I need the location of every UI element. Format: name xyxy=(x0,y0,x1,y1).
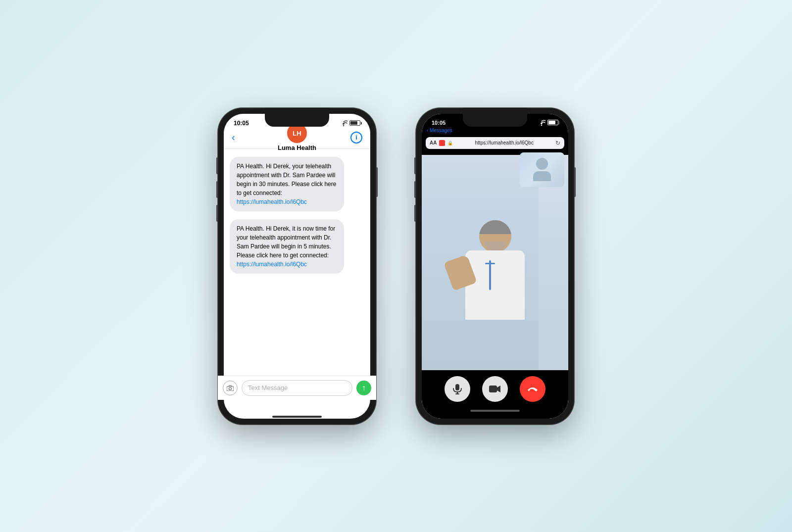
back-messages-bar: ‹ Messages xyxy=(422,128,568,135)
battery-icon-video xyxy=(547,120,558,125)
wifi-icon-video xyxy=(538,120,545,126)
url-text[interactable]: https://lumahealth.io/l6Qbc xyxy=(455,140,553,145)
volume-down-button-2 xyxy=(414,181,416,198)
video-screen-outer: 10:05 xyxy=(422,114,568,419)
camera-button[interactable] xyxy=(224,381,238,395)
video-status-time: 10:05 xyxy=(432,120,446,126)
svg-rect-1 xyxy=(227,387,234,391)
video-screen: 10:05 xyxy=(422,114,568,419)
phones-container: 10:05 ‹ LH Lum xyxy=(218,108,574,425)
message-link-1[interactable]: https://lumahealth.io/l6Qbc xyxy=(237,198,307,205)
self-head xyxy=(536,158,548,170)
video-camera-icon xyxy=(489,385,501,393)
camera-indicator xyxy=(439,140,445,146)
stethoscope-h xyxy=(485,263,495,264)
message-screen: 10:05 ‹ LH Lum xyxy=(224,114,370,419)
lock-icon: 🔒 xyxy=(447,141,453,145)
self-person xyxy=(533,158,551,181)
doctor-hand xyxy=(444,254,477,290)
svg-rect-4 xyxy=(455,384,459,390)
video-home-bar xyxy=(470,410,520,412)
stethoscope xyxy=(489,260,491,290)
mute-button-2 xyxy=(414,205,416,222)
back-messages-button[interactable]: ‹ Messages xyxy=(427,128,452,133)
svg-point-2 xyxy=(229,387,232,390)
message-link-2[interactable]: https://lumahealth.io/l6Qbc xyxy=(237,261,307,268)
contact-name: Luma Health xyxy=(278,144,316,151)
doctor-hair xyxy=(479,220,511,234)
battery-icon xyxy=(349,120,360,126)
self-body xyxy=(533,171,551,181)
volume-down-button xyxy=(216,181,218,198)
svg-rect-7 xyxy=(489,386,497,392)
doctor-coat xyxy=(465,250,525,320)
video-home-indicator xyxy=(422,410,568,419)
back-button[interactable]: ‹ xyxy=(232,132,235,143)
notch xyxy=(265,108,329,122)
doctor-video-feed xyxy=(422,155,568,370)
volume-up-button xyxy=(216,157,218,174)
wifi-icon xyxy=(340,120,347,126)
mute-mic-button[interactable] xyxy=(445,376,470,402)
end-call-button[interactable] xyxy=(520,376,545,402)
video-status-icons xyxy=(538,120,558,126)
browser-bar: AA 🔒 https://lumahealth.io/l6Qbc ↻ xyxy=(426,137,564,149)
input-placeholder: Text Message xyxy=(248,384,288,391)
video-phone: 10:05 xyxy=(416,108,574,425)
aa-text: AA xyxy=(430,140,437,145)
doctor-head xyxy=(479,220,511,252)
send-button[interactable]: ↑ xyxy=(356,381,370,395)
svg-point-0 xyxy=(343,125,344,126)
microphone-icon xyxy=(452,384,462,394)
text-message-input[interactable]: Text Message xyxy=(242,380,352,396)
info-button[interactable]: i xyxy=(350,132,362,144)
self-video-feed xyxy=(520,152,564,187)
message-input-area: Text Message ↑ xyxy=(224,376,370,400)
volume-up-button-2 xyxy=(414,157,416,174)
self-video-pip xyxy=(520,152,564,187)
message-text-2: PA Health. Hi Derek, it is now time for … xyxy=(237,225,335,259)
message-text-1: PA Health. Hi Derek, your telehealth app… xyxy=(237,163,336,196)
messages-area: PA Health. Hi Derek, your telehealth app… xyxy=(224,149,370,355)
toggle-camera-button[interactable] xyxy=(482,376,508,402)
message-header: ‹ LH Luma Health i xyxy=(224,129,370,149)
status-time: 10:05 xyxy=(234,120,249,127)
doctor-figure xyxy=(465,220,525,320)
contact-info: LH Luma Health xyxy=(278,123,316,151)
message-phone: 10:05 ‹ LH Lum xyxy=(218,108,376,425)
left-side-buttons xyxy=(216,157,218,222)
mute-button xyxy=(216,205,218,222)
window-light xyxy=(539,155,568,370)
end-call-icon xyxy=(527,386,539,392)
camera-icon xyxy=(227,385,234,391)
notch-2 xyxy=(463,108,527,122)
home-indicator xyxy=(272,416,322,418)
refresh-icon[interactable]: ↻ xyxy=(555,140,560,146)
message-bubble-2: PA Health. Hi Derek, it is now time for … xyxy=(230,219,344,274)
status-icons xyxy=(340,120,360,126)
left-side-buttons-2 xyxy=(414,157,416,222)
contact-avatar: LH xyxy=(287,123,307,143)
message-bubble-1: PA Health. Hi Derek, your telehealth app… xyxy=(230,157,344,211)
call-controls xyxy=(422,370,568,410)
svg-point-3 xyxy=(541,124,542,125)
